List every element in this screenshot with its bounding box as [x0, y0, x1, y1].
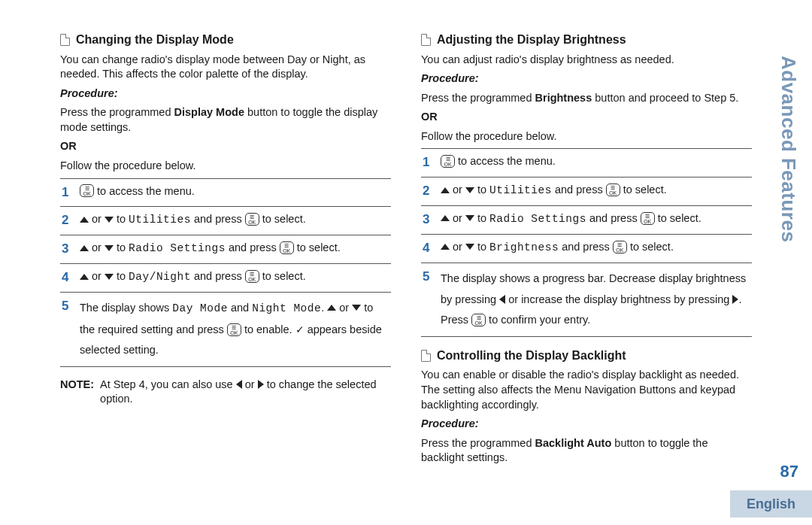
procedure-label: Procedure:	[421, 417, 752, 432]
right-icon	[258, 380, 264, 389]
step-4: 4 or to Day/Night and press ☰OK to selec…	[60, 264, 391, 293]
ok-icon: ☰OK	[613, 241, 627, 253]
down-icon	[105, 274, 114, 280]
up-icon	[80, 274, 89, 280]
section-heading: Changing the Display Mode	[60, 32, 391, 48]
document-icon	[60, 34, 70, 46]
up-icon	[80, 217, 89, 223]
step-2: 2 or to Utilities and press ☰OK to selec…	[60, 207, 391, 235]
note: NOTE: At Step 4, you can also use or to …	[60, 378, 391, 407]
document-icon	[421, 350, 431, 362]
ok-icon: ☰OK	[641, 212, 655, 225]
down-icon	[105, 245, 114, 251]
step-2: 2 or to Utilities and press ☰OK to selec…	[421, 178, 752, 206]
step-1: 1 ☰OK to access the menu.	[60, 179, 391, 208]
ok-icon: ☰OK	[280, 241, 294, 254]
intro-text: You can adjust radio's display brightnes…	[421, 53, 752, 68]
procedure-label: Procedure:	[60, 86, 391, 102]
side-section-title: Advanced Features	[775, 56, 801, 242]
heading-text: Adjusting the Display Brightness	[437, 32, 626, 48]
ok-icon: ☰OK	[441, 155, 455, 168]
language-tab: English	[730, 490, 812, 517]
ok-icon: ☰OK	[606, 184, 620, 196]
right-column: Adjusting the Display Brightness You can…	[421, 32, 752, 470]
intro-text: You can change radio's display mode betw…	[60, 53, 391, 82]
step-list: 1 ☰OK to access the menu. 2 or to Utilit…	[60, 178, 391, 367]
page-number: 87	[780, 460, 798, 483]
step-5: 5 The display shows Day Mode and Night M…	[60, 293, 391, 367]
step-3: 3 or to Radio Settings and press ☰OK to …	[421, 206, 752, 235]
up-icon	[80, 245, 89, 251]
procedure-follow: Follow the procedure below.	[60, 159, 391, 174]
procedure-press: Press the programmed Display Mode button…	[60, 105, 391, 135]
ok-icon: ☰OK	[245, 270, 259, 283]
check-icon	[295, 323, 304, 335]
or-label: OR	[421, 110, 752, 125]
up-icon	[327, 305, 336, 311]
heading-text: Changing the Display Mode	[76, 32, 234, 48]
down-icon	[105, 217, 114, 223]
step-1: 1 ☰OK to access the menu.	[421, 149, 752, 178]
section-heading: Controlling the Display Backlight	[421, 347, 752, 364]
step-4: 4 or to Brightness and press ☰OK to sele…	[421, 235, 752, 263]
ok-icon: ☰OK	[245, 213, 259, 226]
intro-text: You can enable or disable the radio's di…	[421, 368, 752, 412]
down-icon	[465, 244, 474, 250]
page: Changing the Display Mode You can change…	[0, 0, 812, 470]
step-list: 1 ☰OK to access the menu. 2 or to Utilit…	[421, 148, 752, 336]
left-icon	[499, 295, 505, 304]
ok-icon: ☰OK	[80, 184, 94, 197]
ok-icon: ☰OK	[227, 323, 241, 336]
procedure-label: Procedure:	[421, 71, 752, 86]
left-column: Changing the Display Mode You can change…	[60, 32, 391, 470]
up-icon	[441, 215, 450, 221]
right-icon	[732, 295, 738, 304]
step-5: 5 The display shows a progress bar. Decr…	[421, 263, 752, 337]
or-label: OR	[60, 139, 391, 154]
up-icon	[441, 187, 450, 193]
step-3: 3 or to Radio Settings and press ☰OK to …	[60, 235, 391, 264]
document-icon	[421, 34, 431, 46]
procedure-press: Press the programmed Brightness button a…	[421, 91, 752, 106]
down-icon	[465, 215, 474, 221]
ok-icon: ☰OK	[471, 314, 486, 326]
section-heading: Adjusting the Display Brightness	[421, 32, 752, 48]
up-icon	[441, 244, 450, 250]
down-icon	[352, 305, 361, 311]
heading-text: Controlling the Display Backlight	[437, 347, 626, 364]
procedure-follow: Follow the procedure below.	[421, 129, 752, 144]
down-icon	[465, 187, 474, 193]
left-icon	[236, 380, 242, 389]
procedure-press: Press the programmed Backlight Auto butt…	[421, 436, 752, 466]
